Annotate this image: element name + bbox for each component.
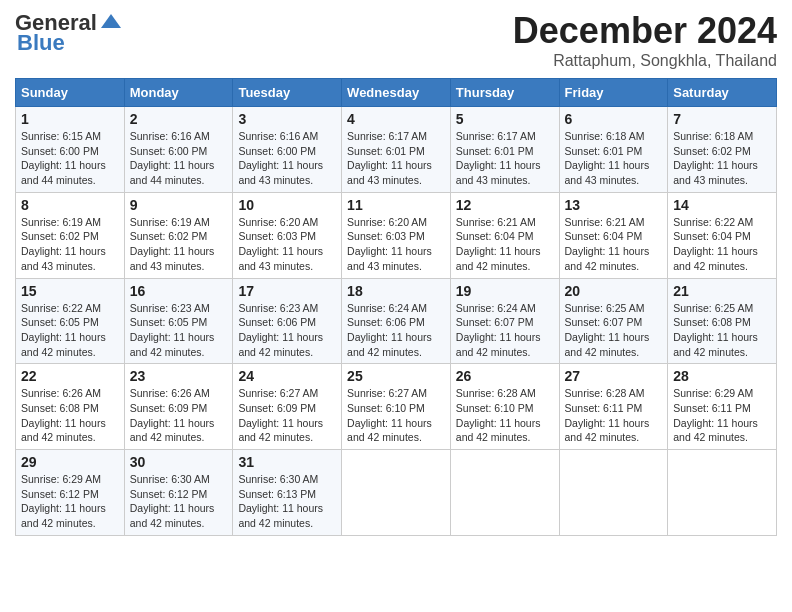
day-info: Sunrise: 6:30 AMSunset: 6:12 PMDaylight:… — [130, 472, 228, 531]
calendar-cell: 16Sunrise: 6:23 AMSunset: 6:05 PMDayligh… — [124, 278, 233, 364]
svg-marker-0 — [101, 14, 121, 28]
day-info: Sunrise: 6:26 AMSunset: 6:08 PMDaylight:… — [21, 386, 119, 445]
calendar-cell: 4Sunrise: 6:17 AMSunset: 6:01 PMDaylight… — [342, 107, 451, 193]
day-number: 16 — [130, 283, 228, 299]
day-number: 8 — [21, 197, 119, 213]
day-info: Sunrise: 6:16 AMSunset: 6:00 PMDaylight:… — [238, 129, 336, 188]
day-info: Sunrise: 6:22 AMSunset: 6:05 PMDaylight:… — [21, 301, 119, 360]
day-info: Sunrise: 6:22 AMSunset: 6:04 PMDaylight:… — [673, 215, 771, 274]
day-number: 3 — [238, 111, 336, 127]
calendar-cell: 30Sunrise: 6:30 AMSunset: 6:12 PMDayligh… — [124, 450, 233, 536]
calendar-cell: 15Sunrise: 6:22 AMSunset: 6:05 PMDayligh… — [16, 278, 125, 364]
day-info: Sunrise: 6:23 AMSunset: 6:06 PMDaylight:… — [238, 301, 336, 360]
day-info: Sunrise: 6:21 AMSunset: 6:04 PMDaylight:… — [456, 215, 554, 274]
day-info: Sunrise: 6:27 AMSunset: 6:09 PMDaylight:… — [238, 386, 336, 445]
day-number: 28 — [673, 368, 771, 384]
day-number: 15 — [21, 283, 119, 299]
day-info: Sunrise: 6:26 AMSunset: 6:09 PMDaylight:… — [130, 386, 228, 445]
calendar-cell: 23Sunrise: 6:26 AMSunset: 6:09 PMDayligh… — [124, 364, 233, 450]
calendar-cell: 28Sunrise: 6:29 AMSunset: 6:11 PMDayligh… — [668, 364, 777, 450]
calendar-cell: 17Sunrise: 6:23 AMSunset: 6:06 PMDayligh… — [233, 278, 342, 364]
calendar-cell — [668, 450, 777, 536]
day-number: 22 — [21, 368, 119, 384]
day-info: Sunrise: 6:17 AMSunset: 6:01 PMDaylight:… — [347, 129, 445, 188]
day-number: 18 — [347, 283, 445, 299]
week-row-3: 15Sunrise: 6:22 AMSunset: 6:05 PMDayligh… — [16, 278, 777, 364]
day-info: Sunrise: 6:25 AMSunset: 6:08 PMDaylight:… — [673, 301, 771, 360]
week-row-5: 29Sunrise: 6:29 AMSunset: 6:12 PMDayligh… — [16, 450, 777, 536]
day-info: Sunrise: 6:30 AMSunset: 6:13 PMDaylight:… — [238, 472, 336, 531]
day-info: Sunrise: 6:19 AMSunset: 6:02 PMDaylight:… — [21, 215, 119, 274]
day-number: 31 — [238, 454, 336, 470]
day-info: Sunrise: 6:23 AMSunset: 6:05 PMDaylight:… — [130, 301, 228, 360]
day-info: Sunrise: 6:25 AMSunset: 6:07 PMDaylight:… — [565, 301, 663, 360]
day-info: Sunrise: 6:29 AMSunset: 6:11 PMDaylight:… — [673, 386, 771, 445]
day-number: 9 — [130, 197, 228, 213]
day-info: Sunrise: 6:28 AMSunset: 6:10 PMDaylight:… — [456, 386, 554, 445]
day-number: 23 — [130, 368, 228, 384]
calendar-cell: 12Sunrise: 6:21 AMSunset: 6:04 PMDayligh… — [450, 192, 559, 278]
week-row-2: 8Sunrise: 6:19 AMSunset: 6:02 PMDaylight… — [16, 192, 777, 278]
day-info: Sunrise: 6:17 AMSunset: 6:01 PMDaylight:… — [456, 129, 554, 188]
header-day-wednesday: Wednesday — [342, 79, 451, 107]
calendar-cell: 22Sunrise: 6:26 AMSunset: 6:08 PMDayligh… — [16, 364, 125, 450]
subtitle: Rattaphum, Songkhla, Thailand — [513, 52, 777, 70]
header-day-saturday: Saturday — [668, 79, 777, 107]
day-info: Sunrise: 6:29 AMSunset: 6:12 PMDaylight:… — [21, 472, 119, 531]
day-info: Sunrise: 6:18 AMSunset: 6:02 PMDaylight:… — [673, 129, 771, 188]
day-number: 13 — [565, 197, 663, 213]
day-number: 11 — [347, 197, 445, 213]
calendar-cell: 6Sunrise: 6:18 AMSunset: 6:01 PMDaylight… — [559, 107, 668, 193]
calendar-cell: 10Sunrise: 6:20 AMSunset: 6:03 PMDayligh… — [233, 192, 342, 278]
calendar-cell: 26Sunrise: 6:28 AMSunset: 6:10 PMDayligh… — [450, 364, 559, 450]
day-number: 14 — [673, 197, 771, 213]
day-number: 1 — [21, 111, 119, 127]
calendar-cell: 29Sunrise: 6:29 AMSunset: 6:12 PMDayligh… — [16, 450, 125, 536]
calendar-cell: 31Sunrise: 6:30 AMSunset: 6:13 PMDayligh… — [233, 450, 342, 536]
day-info: Sunrise: 6:15 AMSunset: 6:00 PMDaylight:… — [21, 129, 119, 188]
day-number: 7 — [673, 111, 771, 127]
header-day-friday: Friday — [559, 79, 668, 107]
day-number: 4 — [347, 111, 445, 127]
day-number: 17 — [238, 283, 336, 299]
logo-icon — [99, 10, 121, 32]
calendar-cell: 20Sunrise: 6:25 AMSunset: 6:07 PMDayligh… — [559, 278, 668, 364]
calendar-cell: 9Sunrise: 6:19 AMSunset: 6:02 PMDaylight… — [124, 192, 233, 278]
day-info: Sunrise: 6:16 AMSunset: 6:00 PMDaylight:… — [130, 129, 228, 188]
day-number: 21 — [673, 283, 771, 299]
day-number: 26 — [456, 368, 554, 384]
day-number: 30 — [130, 454, 228, 470]
calendar-cell — [559, 450, 668, 536]
calendar-cell — [342, 450, 451, 536]
calendar-cell: 14Sunrise: 6:22 AMSunset: 6:04 PMDayligh… — [668, 192, 777, 278]
day-number: 25 — [347, 368, 445, 384]
week-row-4: 22Sunrise: 6:26 AMSunset: 6:08 PMDayligh… — [16, 364, 777, 450]
header-day-thursday: Thursday — [450, 79, 559, 107]
day-number: 6 — [565, 111, 663, 127]
day-info: Sunrise: 6:21 AMSunset: 6:04 PMDaylight:… — [565, 215, 663, 274]
logo: General Blue — [15, 10, 121, 56]
header-day-monday: Monday — [124, 79, 233, 107]
day-info: Sunrise: 6:19 AMSunset: 6:02 PMDaylight:… — [130, 215, 228, 274]
calendar-cell: 25Sunrise: 6:27 AMSunset: 6:10 PMDayligh… — [342, 364, 451, 450]
calendar-cell: 27Sunrise: 6:28 AMSunset: 6:11 PMDayligh… — [559, 364, 668, 450]
day-info: Sunrise: 6:20 AMSunset: 6:03 PMDaylight:… — [238, 215, 336, 274]
day-number: 10 — [238, 197, 336, 213]
day-info: Sunrise: 6:28 AMSunset: 6:11 PMDaylight:… — [565, 386, 663, 445]
day-info: Sunrise: 6:18 AMSunset: 6:01 PMDaylight:… — [565, 129, 663, 188]
calendar-cell: 24Sunrise: 6:27 AMSunset: 6:09 PMDayligh… — [233, 364, 342, 450]
main-title: December 2024 — [513, 10, 777, 52]
calendar-cell: 2Sunrise: 6:16 AMSunset: 6:00 PMDaylight… — [124, 107, 233, 193]
calendar-cell: 3Sunrise: 6:16 AMSunset: 6:00 PMDaylight… — [233, 107, 342, 193]
day-info: Sunrise: 6:20 AMSunset: 6:03 PMDaylight:… — [347, 215, 445, 274]
day-number: 2 — [130, 111, 228, 127]
day-info: Sunrise: 6:24 AMSunset: 6:06 PMDaylight:… — [347, 301, 445, 360]
day-info: Sunrise: 6:24 AMSunset: 6:07 PMDaylight:… — [456, 301, 554, 360]
day-number: 27 — [565, 368, 663, 384]
calendar-cell: 7Sunrise: 6:18 AMSunset: 6:02 PMDaylight… — [668, 107, 777, 193]
calendar-cell: 19Sunrise: 6:24 AMSunset: 6:07 PMDayligh… — [450, 278, 559, 364]
calendar-cell: 21Sunrise: 6:25 AMSunset: 6:08 PMDayligh… — [668, 278, 777, 364]
calendar-cell — [450, 450, 559, 536]
header-day-sunday: Sunday — [16, 79, 125, 107]
calendar-header-row: SundayMondayTuesdayWednesdayThursdayFrid… — [16, 79, 777, 107]
